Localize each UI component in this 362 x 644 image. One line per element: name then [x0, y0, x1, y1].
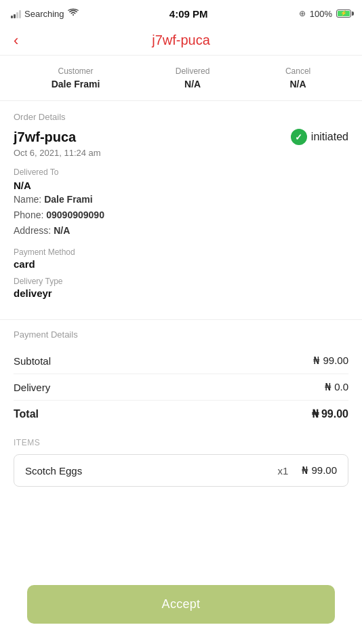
payment-details-title: Payment Details	[14, 329, 348, 340]
item-price: ₦ 99.00	[302, 464, 337, 477]
items-title: ITEMS	[14, 438, 348, 447]
delivered-to-value: N/A	[14, 180, 348, 191]
phone-label: Phone:	[14, 209, 46, 220]
status-bar: Searching 4:09 PM ⊕ 100% ⚡	[0, 0, 362, 26]
phone-line: Phone: 09090909090	[14, 208, 348, 222]
header-title: j7wf-puca	[152, 33, 210, 48]
divider-1	[0, 319, 362, 320]
order-details-title: Order Details	[14, 112, 348, 122]
cancel-label: Cancel	[285, 66, 310, 76]
items-section: ITEMS Scotch Eggs x1 ₦ 99.00	[0, 438, 362, 487]
delivery-label: Delivery	[14, 382, 50, 393]
customer-label: Customer	[52, 66, 100, 76]
subtotal-label: Subtotal	[14, 355, 51, 367]
accept-button[interactable]: Accept	[27, 585, 335, 624]
address-line: Address: N/A	[14, 224, 348, 238]
carrier-text: Searching	[24, 9, 64, 19]
delivery-type-label: Delivery Type	[14, 277, 348, 286]
total-row: Total ₦ 99.00	[14, 401, 348, 427]
main-content: Order Details j7wf-puca initiated Oct 6,…	[0, 101, 362, 310]
name-line: Name: Dale Frami	[14, 193, 348, 207]
delivery-row: Delivery ₦ 0.0	[14, 374, 348, 401]
item-name: Scotch Eggs	[25, 465, 264, 477]
accept-btn-wrap: Accept	[0, 585, 362, 624]
cancel-col: Cancel N/A	[285, 66, 310, 89]
payment-details-section: Payment Details Subtotal ₦ 99.00 Deliver…	[0, 329, 362, 427]
order-id: j7wf-puca	[14, 129, 76, 145]
name-value: Dale Frami	[44, 194, 93, 205]
delivered-col: Delivered N/A	[176, 66, 210, 89]
total-label: Total	[14, 408, 39, 420]
battery-percent: 100%	[310, 9, 332, 19]
delivered-value: N/A	[176, 79, 210, 89]
status-time: 4:09 PM	[169, 8, 208, 20]
delivery-amount: ₦ 0.0	[325, 381, 348, 393]
app-header: ‹ j7wf-puca	[0, 26, 362, 56]
delivered-label: Delivered	[176, 66, 210, 76]
check-icon	[291, 129, 307, 145]
subtotal-amount: ₦ 99.00	[313, 355, 348, 367]
phone-value: 09090909090	[46, 209, 104, 220]
subtotal-row: Subtotal ₦ 99.00	[14, 348, 348, 374]
item-qty: x1	[277, 465, 288, 477]
wifi-icon	[68, 8, 79, 19]
order-date: Oct 6, 2021, 11:24 am	[14, 148, 348, 158]
cancel-value: N/A	[285, 79, 310, 89]
order-id-row: j7wf-puca initiated	[14, 129, 348, 145]
info-row: Customer Dale Frami Delivered N/A Cancel…	[0, 56, 362, 101]
payment-method-label: Payment Method	[14, 247, 348, 257]
status-left: Searching	[11, 8, 79, 19]
status-right: ⊕ 100% ⚡	[299, 9, 351, 19]
customer-value: Dale Frami	[52, 79, 100, 89]
status-text: initiated	[311, 131, 348, 143]
battery-icon: ⚡	[336, 9, 351, 18]
address-value: N/A	[54, 225, 70, 236]
address-label: Address:	[14, 225, 54, 236]
delivered-to-label: Delivered To	[14, 167, 348, 177]
back-button[interactable]: ‹	[11, 31, 21, 51]
lock-icon: ⊕	[299, 9, 306, 18]
payment-method-value: card	[14, 258, 348, 270]
status-badge: initiated	[291, 129, 348, 145]
name-label: Name:	[14, 194, 44, 205]
signal-icon	[11, 9, 21, 18]
customer-col: Customer Dale Frami	[52, 66, 100, 89]
item-row: Scotch Eggs x1 ₦ 99.00	[14, 454, 348, 487]
delivery-type-value: deliveyr	[14, 287, 348, 299]
total-amount: ₦ 99.00	[312, 407, 348, 420]
